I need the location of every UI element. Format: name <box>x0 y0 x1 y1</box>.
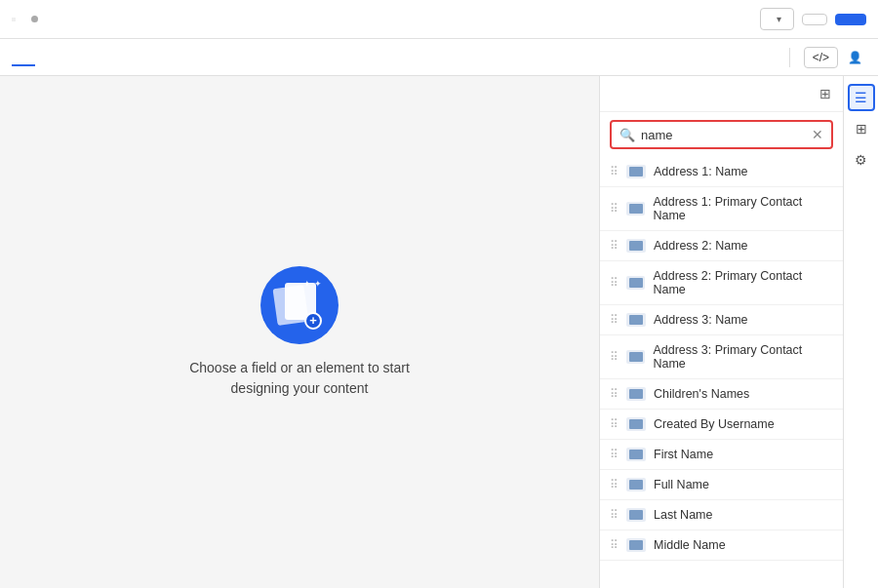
drag-handle-icon: ⠿ <box>610 538 619 552</box>
draft-badge <box>31 16 42 22</box>
field-item-label: Created By Username <box>654 417 775 431</box>
sidebar-settings-button[interactable]: ⚙ <box>848 146 875 174</box>
right-sidebar: ☰ ⊞ ⚙ <box>843 76 878 588</box>
clear-icon[interactable]: ✕ <box>812 127 823 142</box>
search-box: 🔍 ✕ <box>610 120 833 149</box>
field-type-icon <box>626 165 646 178</box>
canvas-placeholder: + ✦ ✦ Choose a field or an element to st… <box>189 266 410 399</box>
field-item-label: Address 3: Primary Contact Name <box>653 343 833 371</box>
tabs-left <box>12 49 750 66</box>
field-type-icon <box>626 313 646 327</box>
field-type-icon <box>626 417 646 431</box>
draft-dot-icon <box>31 16 38 22</box>
drag-handle-icon: ⠿ <box>610 202 619 216</box>
drag-handle-icon: ⠿ <box>610 165 619 178</box>
audience-info: 👤 <box>848 51 866 64</box>
list-item[interactable]: ⠿ Address 3: Primary Contact Name <box>600 335 843 379</box>
field-type-icon <box>626 239 646 253</box>
drag-handle-icon: ⠿ <box>610 239 619 253</box>
field-item-label: Children's Names <box>654 387 749 401</box>
field-type-icon <box>626 538 646 552</box>
html-label: </> <box>813 51 829 64</box>
canvas-icon: + ✦ ✦ <box>260 266 339 344</box>
sidebar-add-button[interactable]: ⊞ <box>848 115 875 142</box>
list-item[interactable]: ⠿ Address 1: Primary Contact Name <box>600 187 843 231</box>
header-left <box>12 16 760 22</box>
field-item-label: Address 2: Primary Contact Name <box>653 269 833 296</box>
plus-icon: ⊞ <box>856 121 867 137</box>
fields-list-icon: ☰ <box>855 90 867 105</box>
chevron-down-icon: ▾ <box>777 14 781 24</box>
canvas-area: + ✦ ✦ Choose a field or an element to st… <box>0 76 599 588</box>
settings-icon: ⚙ <box>855 152 867 168</box>
field-item-label: Last Name <box>654 508 712 522</box>
drag-handle-icon: ⠿ <box>610 448 619 461</box>
search-icon: 🔍 <box>619 128 635 142</box>
grid-view-icon[interactable]: ⊞ <box>819 86 831 101</box>
list-item[interactable]: ⠿ Address 2: Primary Contact Name <box>600 261 843 305</box>
tabs-right: </> 👤 <box>750 47 866 68</box>
list-item[interactable]: ⠿ First Name <box>600 440 843 470</box>
back-button[interactable] <box>12 18 16 21</box>
field-item-label: Middle Name <box>654 538 726 552</box>
tab-bar: </> 👤 <box>0 39 878 76</box>
list-item[interactable]: ⠿ Full Name <box>600 470 843 500</box>
save-button[interactable]: ▾ <box>760 8 794 30</box>
list-item[interactable]: ⠿ Address 2: Name <box>600 231 843 261</box>
field-type-icon <box>626 387 646 401</box>
field-type-icon <box>626 478 646 491</box>
list-item[interactable]: ⠿ Middle Name <box>600 530 843 561</box>
field-item-label: Address 1: Primary Contact Name <box>653 195 833 222</box>
field-item-label: Address 3: Name <box>654 313 748 327</box>
field-type-icon <box>626 350 645 364</box>
drag-handle-icon: ⠿ <box>610 478 619 491</box>
divider <box>789 48 790 67</box>
fields-header: ⊞ <box>600 76 843 112</box>
field-type-icon <box>626 276 645 290</box>
sidebar-fields-button[interactable]: ☰ <box>848 84 875 111</box>
drag-handle-icon: ⠿ <box>610 387 619 401</box>
list-item[interactable]: ⠿ Children's Names <box>600 379 843 410</box>
redo-button[interactable] <box>768 54 776 61</box>
drag-handle-icon: ⠿ <box>610 417 619 431</box>
field-type-icon <box>626 508 646 522</box>
list-item[interactable]: ⠿ Address 1: Name <box>600 157 843 187</box>
field-item-label: First Name <box>654 448 713 461</box>
field-type-icon <box>626 202 645 216</box>
stars-icon: ✦ ✦ <box>303 279 322 289</box>
check-content-button[interactable] <box>802 14 827 25</box>
list-item[interactable]: ⠿ Address 3: Name <box>600 305 843 335</box>
field-item-label: Address 2: Name <box>654 239 748 253</box>
tab-design[interactable] <box>12 49 35 66</box>
audience-icon: 👤 <box>848 51 862 64</box>
search-input[interactable] <box>641 128 806 142</box>
tab-preview[interactable] <box>39 49 62 66</box>
main-layout: + ✦ ✦ Choose a field or an element to st… <box>0 76 878 588</box>
drag-handle-icon: ⠿ <box>610 276 619 290</box>
html-button[interactable]: </> <box>804 47 838 68</box>
fields-panel: ⊞ 🔍 ✕ ⠿ Address 1: Name ⠿ Address 1: Pri… <box>599 76 843 588</box>
undo-button[interactable] <box>750 54 758 61</box>
drag-handle-icon: ⠿ <box>610 313 619 327</box>
publish-button[interactable] <box>835 14 866 25</box>
field-item-label: Full Name <box>654 478 709 491</box>
fields-list: ⠿ Address 1: Name ⠿ Address 1: Primary C… <box>600 157 843 588</box>
add-circle-icon: + <box>304 312 322 330</box>
field-type-icon <box>626 448 646 461</box>
list-item[interactable]: ⠿ Created By Username <box>600 410 843 440</box>
header-actions: ▾ <box>760 8 866 30</box>
drag-handle-icon: ⠿ <box>610 350 619 364</box>
field-item-label: Address 1: Name <box>654 165 748 178</box>
drag-handle-icon: ⠿ <box>610 508 619 522</box>
list-item[interactable]: ⠿ Last Name <box>600 500 843 530</box>
app-header: ▾ <box>0 0 878 39</box>
canvas-placeholder-text: Choose a field or an element to startdes… <box>189 358 410 399</box>
